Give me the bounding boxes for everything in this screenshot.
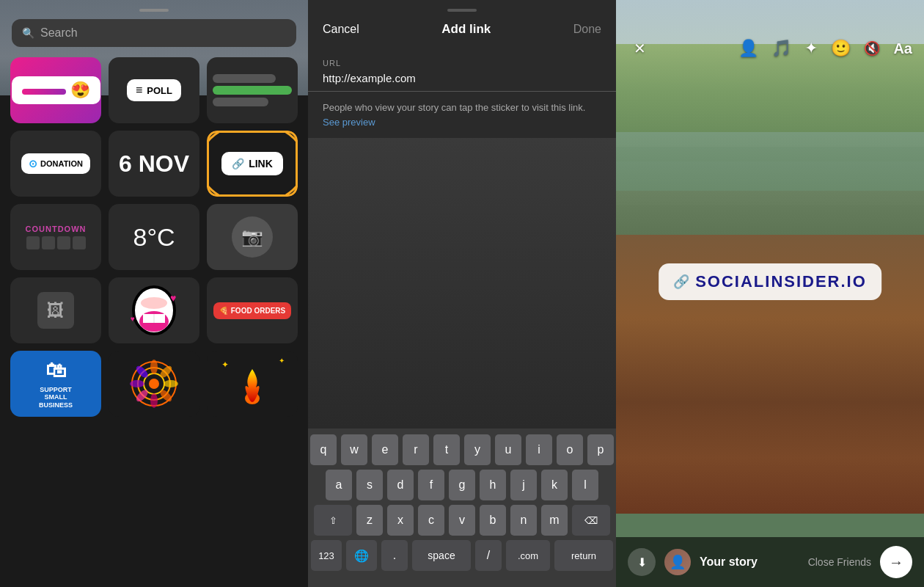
sticker-item-link[interactable]: 🔗 LINK [207,131,298,197]
food-label: 🍕 FOOD ORDERS [213,302,291,319]
key-l[interactable]: l [572,470,598,500]
key-s[interactable]: s [356,470,383,500]
svg-text:♥: ♥ [131,315,135,323]
sticker-item-mandala[interactable] [109,351,199,417]
key-dotcom[interactable]: .com [506,540,550,571]
camera-button: 📷 [232,216,273,258]
close-friends-button[interactable]: Close Friends [808,556,871,568]
sticker-item-mouth[interactable]: ♥ ♥ [109,277,199,343]
key-w[interactable]: w [341,434,367,465]
key-c[interactable]: c [418,505,444,536]
key-dot[interactable]: . [381,540,408,571]
key-r[interactable]: r [403,434,429,465]
key-q[interactable]: q [310,434,337,465]
mandala-svg [128,358,180,409]
sticker-item-camera[interactable]: 📷 [207,204,298,270]
sticker-item-flame[interactable]: ✦ ✦ [207,351,298,417]
mute-icon[interactable]: 🔇 [864,40,880,56]
sticker-item-photo[interactable]: 🖼 [10,277,101,343]
sticker-picker-panel: 🔍 Search 😍 ≡ POLL [0,0,308,587]
story-close-button[interactable]: ✕ [628,37,651,60]
sticker-item-emoji-slider[interactable]: 😍 [10,57,101,123]
avatar-image: 👤 [670,554,686,570]
sticker-item-donation[interactable]: ⊙ DONATION [10,131,101,197]
key-t[interactable]: t [433,434,460,465]
keyboard-row-4: 123 🌐 . space / .com return [311,540,613,571]
link-sticker-inner: 🔗 SOCIALINSIDER.IO [659,263,881,300]
see-preview-link[interactable]: See preview [323,117,375,128]
business-text: SUPPORT SMALL BUSINESS [39,386,73,409]
sticker-item-temperature[interactable]: 8°C [109,204,199,270]
sticker-item-poll[interactable]: ≡ POLL [109,57,199,123]
sticker-item-small-business[interactable]: 🛍 SUPPORT SMALL BUSINESS [10,351,101,417]
key-b[interactable]: b [480,505,506,536]
done-button[interactable]: Done [573,23,601,36]
key-i[interactable]: i [526,434,552,465]
key-p[interactable]: p [587,434,614,465]
next-button[interactable]: → [880,546,912,578]
quiz-bar-2 [213,86,292,95]
modal-header: Cancel Add link Done [308,12,616,47]
key-a[interactable]: a [326,470,352,500]
your-story-label[interactable]: Your story [700,555,799,569]
download-button[interactable]: ⬇ [628,548,656,576]
svg-point-14 [158,388,174,404]
key-d[interactable]: d [387,470,414,500]
key-j[interactable]: j [510,470,537,500]
key-z[interactable]: z [356,505,383,536]
key-numbers[interactable]: 123 [311,540,342,571]
key-slash[interactable]: / [475,540,502,571]
key-y[interactable]: y [464,434,491,465]
sticker-item-date[interactable]: 6 NOV [109,131,199,197]
drag-handle[interactable] [139,9,169,12]
key-m[interactable]: m [541,505,568,536]
key-k[interactable]: k [541,470,568,500]
emoji-icon: 😍 [70,81,90,100]
sticker-search-bar[interactable]: 🔍 Search [12,19,296,47]
sticker-item-quiz[interactable] [207,57,298,123]
svg-text:♥: ♥ [170,292,176,304]
business-bag-icon: 🛍 [45,358,66,383]
emoji-bar [22,89,66,95]
story-link-sticker[interactable]: 🔗 SOCIALINSIDER.IO [659,263,881,300]
search-icon: 🔍 [22,27,34,39]
key-shift[interactable]: ⇧ [314,505,352,536]
key-f[interactable]: f [418,470,444,500]
download-icon: ⬇ [637,555,647,569]
countdown-boxes [26,236,86,249]
key-e[interactable]: e [372,434,398,465]
link-sticker-text: SOCIALINSIDER.IO [695,272,867,291]
quiz-bars [207,68,298,112]
donation-label: ⊙ DONATION [21,153,90,174]
key-return[interactable]: return [554,540,613,571]
next-arrow-icon: → [889,554,903,571]
sparkle-icon[interactable]: ✦ [804,39,818,58]
url-input[interactable] [323,72,601,84]
date-text: 6 NOV [119,150,189,178]
key-delete[interactable]: ⌫ [572,505,610,536]
countdown-box-1 [26,236,40,249]
text-icon[interactable]: Aa [893,40,912,57]
music-icon[interactable]: 🎵 [771,39,791,58]
face-ar-icon[interactable]: 🙂 [831,39,851,58]
sticker-item-countdown[interactable]: COUNTDOWN [10,204,101,270]
key-h[interactable]: h [480,470,506,500]
key-n[interactable]: n [510,505,537,536]
add-link-panel: Cancel Add link Done URL People who view… [308,0,616,587]
cancel-button[interactable]: Cancel [323,23,359,36]
key-o[interactable]: o [557,434,583,465]
key-g[interactable]: g [449,470,475,500]
key-v[interactable]: v [449,505,475,536]
link-label: 🔗 LINK [221,152,283,175]
svg-point-17 [130,380,144,387]
sticker-grid: 😍 ≡ POLL ⊙ DONATION 6 NOV [0,57,308,417]
sticker-item-food-orders[interactable]: 🍕 FOOD ORDERS [207,277,298,343]
link-sticker-icon: 🔗 [673,274,689,290]
key-globe[interactable]: 🌐 [346,540,377,571]
key-u[interactable]: u [495,434,521,465]
key-space[interactable]: space [412,540,471,571]
key-x[interactable]: x [387,505,414,536]
person-tag-icon[interactable]: 👤 [738,39,758,58]
blur-area [308,138,616,429]
countdown-box-3 [57,236,70,249]
